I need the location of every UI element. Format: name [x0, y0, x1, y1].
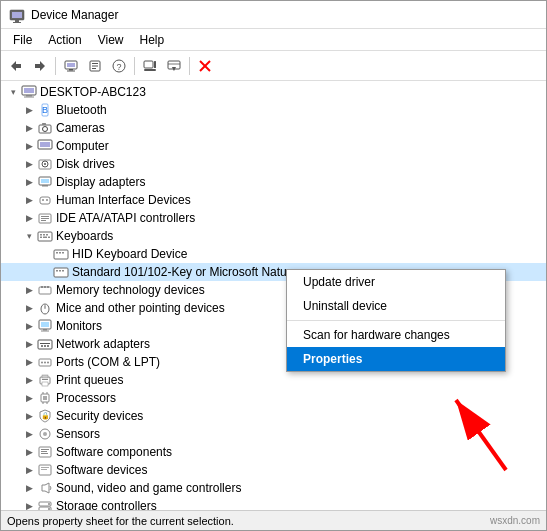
expand-cameras[interactable]: ▶ — [21, 120, 37, 136]
computer-device-icon — [37, 138, 53, 154]
expand-monitors[interactable]: ▶ — [21, 318, 37, 334]
computer-icon — [21, 84, 37, 100]
status-bar: Opens property sheet for the current sel… — [1, 510, 546, 530]
tree-item-cameras[interactable]: ▶ Cameras — [1, 119, 546, 137]
status-right: wsxdn.com — [490, 515, 540, 526]
tree-item-sensors[interactable]: ▶ Sensors — [1, 425, 546, 443]
expand-print[interactable]: ▶ — [21, 372, 37, 388]
svg-point-43 — [46, 199, 48, 201]
software-components-icon — [37, 444, 53, 460]
software-devices-icon — [37, 462, 53, 478]
expand-mice[interactable]: ▶ — [21, 300, 37, 316]
cameras-label: Cameras — [56, 121, 105, 135]
memory-icon — [37, 282, 53, 298]
svg-rect-31 — [42, 123, 46, 125]
help-button[interactable]: ? — [108, 55, 130, 77]
tree-item-sound[interactable]: ▶ Sound, video and game controllers — [1, 479, 546, 497]
context-properties[interactable]: Properties — [287, 347, 505, 371]
svg-marker-103 — [42, 483, 49, 493]
svg-rect-55 — [54, 250, 68, 259]
context-scan-hardware[interactable]: Scan for hardware changes — [287, 323, 505, 347]
ports-icon — [37, 354, 53, 370]
cameras-icon — [37, 120, 53, 136]
expand-ports[interactable]: ▶ — [21, 354, 37, 370]
tree-item-hid-keyboard[interactable]: ▶ HID Keyboard Device — [1, 245, 546, 263]
expand-software-components[interactable]: ▶ — [21, 444, 37, 460]
expand-keyboards[interactable]: ▾ — [21, 228, 37, 244]
expand-bluetooth[interactable]: ▶ — [21, 102, 37, 118]
svg-rect-74 — [38, 340, 52, 349]
svg-rect-71 — [41, 322, 49, 327]
expand-root[interactable]: ▾ — [5, 84, 21, 100]
svg-rect-3 — [13, 22, 21, 23]
svg-rect-39 — [41, 179, 49, 183]
sensors-label: Sensors — [56, 427, 100, 441]
context-uninstall-device[interactable]: Uninstall device — [287, 294, 505, 318]
storage-icon — [37, 498, 53, 510]
expand-memory[interactable]: ▶ — [21, 282, 37, 298]
svg-point-37 — [44, 163, 46, 165]
menu-view[interactable]: View — [90, 31, 132, 49]
expand-software-devices[interactable]: ▶ — [21, 462, 37, 478]
forward-button[interactable] — [29, 55, 51, 77]
svg-point-77 — [44, 345, 46, 347]
tree-item-software-devices[interactable]: ▶ Software devices — [1, 461, 546, 479]
scan-button[interactable] — [139, 55, 161, 77]
svg-rect-62 — [62, 270, 64, 272]
menu-help[interactable]: Help — [132, 31, 173, 49]
svg-rect-1 — [12, 12, 22, 18]
tree-item-print[interactable]: ▶ Print queues — [1, 371, 546, 389]
expand-security[interactable]: ▶ — [21, 408, 37, 424]
svg-rect-13 — [92, 68, 96, 69]
svg-rect-86 — [42, 379, 48, 380]
keyboards-label: Keyboards — [56, 229, 113, 243]
view-button[interactable]: ▼ — [163, 55, 185, 77]
tree-item-bluetooth[interactable]: ▶ B Bluetooth — [1, 101, 546, 119]
svg-rect-53 — [43, 237, 47, 239]
svg-rect-61 — [59, 270, 61, 272]
tree-item-storage[interactable]: ▶ Storage controllers — [1, 497, 546, 510]
expand-sensors[interactable]: ▶ — [21, 426, 37, 442]
svg-rect-66 — [47, 286, 49, 288]
expand-sound[interactable]: ▶ — [21, 480, 37, 496]
svg-rect-47 — [41, 220, 46, 221]
expand-computer[interactable]: ▶ — [21, 138, 37, 154]
print-icon — [37, 372, 53, 388]
tree-item-computer[interactable]: ▶ Computer — [1, 137, 546, 155]
tree-item-root[interactable]: ▾ DESKTOP-ABC123 — [1, 83, 546, 101]
back-button[interactable] — [5, 55, 27, 77]
expand-displayadapters[interactable]: ▶ — [21, 174, 37, 190]
tree-item-diskdrives[interactable]: ▶ Disk drives — [1, 155, 546, 173]
expand-storage[interactable]: ▶ — [21, 498, 37, 510]
tree-item-software-components[interactable]: ▶ Software components — [1, 443, 546, 461]
computer-view-button[interactable] — [60, 55, 82, 77]
svg-rect-34 — [40, 142, 50, 147]
hid-icon — [37, 192, 53, 208]
menu-file[interactable]: File — [5, 31, 40, 49]
svg-rect-65 — [44, 286, 46, 288]
tree-item-keyboards[interactable]: ▾ Keyboards — [1, 227, 546, 245]
properties-button[interactable] — [84, 55, 106, 77]
disable-button[interactable] — [194, 55, 216, 77]
tree-item-displayadapters[interactable]: ▶ Display adapters — [1, 173, 546, 191]
tree-item-hid[interactable]: ▶ Human Interface Devices — [1, 191, 546, 209]
context-update-driver[interactable]: Update driver — [287, 270, 505, 294]
expand-network[interactable]: ▶ — [21, 336, 37, 352]
svg-rect-60 — [56, 270, 58, 272]
expand-ide[interactable]: ▶ — [21, 210, 37, 226]
svg-rect-57 — [59, 252, 61, 254]
menu-action[interactable]: Action — [40, 31, 89, 49]
displayadapters-label: Display adapters — [56, 175, 145, 189]
svg-marker-4 — [11, 61, 21, 71]
expand-hid[interactable]: ▶ — [21, 192, 37, 208]
expand-diskdrives[interactable]: ▶ — [21, 156, 37, 172]
tree-item-processors[interactable]: ▶ Processors — [1, 389, 546, 407]
tree-item-ide[interactable]: ▶ IDE ATA/ATAPI controllers — [1, 209, 546, 227]
svg-rect-101 — [41, 467, 49, 468]
tree-item-security[interactable]: ▶ 🔒 Security devices — [1, 407, 546, 425]
network-label: Network adapters — [56, 337, 150, 351]
expand-processors[interactable]: ▶ — [21, 390, 37, 406]
svg-text:?: ? — [116, 62, 121, 72]
svg-rect-52 — [40, 237, 42, 239]
svg-point-107 — [48, 508, 50, 510]
